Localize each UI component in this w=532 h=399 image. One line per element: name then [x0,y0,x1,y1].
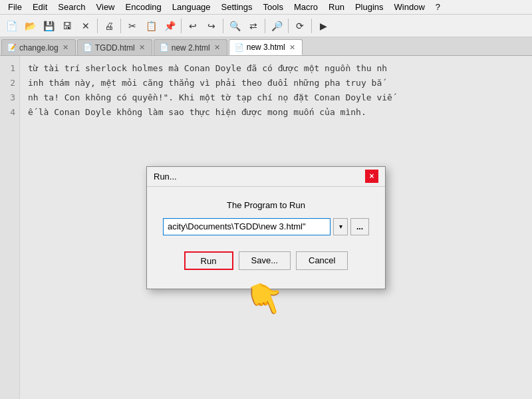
browse-button[interactable]: ... [350,218,369,235]
dialog-program-label: The Program to Run [163,200,369,210]
menu-plugins[interactable]: Plugins [350,1,389,13]
menu-search[interactable]: Search [53,1,90,13]
replace-button[interactable]: ⇄ [245,17,262,35]
sep1 [97,19,98,33]
tab-close-change-log[interactable]: ✕ [61,43,70,52]
dialog-title-bar: Run... × [147,167,385,187]
undo-button[interactable]: ↩ [184,17,201,35]
main-layout: 1 2 3 4 từ tài trí sherlock holmes mà Co… [0,56,532,399]
new-button[interactable]: 📄 [3,17,20,35]
tab-icon-new-3-html: 📄 [235,43,244,52]
menu-bar: File Edit Search View Encoding Language … [0,0,532,15]
dialog-body: The Program to Run ▾ ... Run Save... Can… [147,187,385,289]
menu-language[interactable]: Language [167,1,216,13]
sep3 [181,19,182,33]
sep2 [120,19,121,33]
sync-button[interactable]: ⟳ [291,17,309,35]
save-button[interactable]: 💾 [40,17,57,35]
modal-overlay: Run... × The Program to Run ▾ ... Run Sa… [0,56,532,399]
tab-close-new-2-html[interactable]: ✕ [213,43,221,52]
run-dialog: Run... × The Program to Run ▾ ... Run Sa… [146,166,386,289]
cut-button[interactable]: ✂ [124,17,141,35]
tab-new-3-html[interactable]: 📄 new 3.html ✕ [229,39,303,55]
menu-view[interactable]: View [91,1,120,13]
sep7 [311,19,312,33]
open-button[interactable]: 📂 [21,17,39,35]
dropdown-button[interactable]: ▾ [333,218,348,235]
tab-close-tgdd-html[interactable]: ✕ [138,43,146,52]
paste-button[interactable]: 📌 [161,17,178,35]
copy-button[interactable]: 📋 [142,17,160,35]
menu-macro[interactable]: Macro [289,1,323,13]
menu-run[interactable]: Run [323,1,350,13]
sep6 [288,19,289,33]
tab-label-new-3-html: new 3.html [247,43,285,52]
find-button[interactable]: 🔍 [226,17,243,35]
tab-new-2-html[interactable]: 📄 new 2.html ✕ [154,39,227,55]
menu-file[interactable]: File [3,1,27,13]
close-button[interactable]: ✕ [77,17,94,35]
menu-encoding[interactable]: Encoding [120,1,167,13]
tab-change-log[interactable]: 📝 change.log ✕ [1,39,76,55]
tab-icon-new-2-html: 📄 [160,43,169,52]
dialog-buttons: Run Save... Cancel [163,251,369,270]
tab-tgdd-html[interactable]: 📄 TGDD.html ✕ [77,39,152,55]
menu-tools[interactable]: Tools [258,1,289,13]
save-button-dialog[interactable]: Save... [239,251,291,270]
tab-icon-tgdd-html: 📄 [83,43,92,52]
print-button[interactable]: 🖨 [100,17,118,35]
dialog-close-button[interactable]: × [365,170,378,183]
program-path-input[interactable] [163,218,331,235]
run-macro-button[interactable]: ▶ [315,17,332,35]
dialog-title: Run... [154,172,177,182]
cancel-button[interactable]: Cancel [296,251,348,270]
save-all-button[interactable]: 🖫 [59,17,76,35]
menu-edit[interactable]: Edit [27,1,53,13]
redo-button[interactable]: ↪ [203,17,220,35]
tab-icon-change-log: 📝 [7,43,17,52]
toolbar: 📄 📂 💾 🖫 ✕ 🖨 ✂ 📋 📌 ↩ ↪ 🔍 ⇄ 🔎 ⟳ ▶ [0,15,532,37]
run-button[interactable]: Run [184,251,233,270]
tab-label-change-log: change.log [19,43,59,53]
tab-close-new-3-html[interactable]: ✕ [288,43,297,52]
sep5 [265,19,265,33]
sep4 [223,19,223,33]
menu-settings[interactable]: Settings [216,1,258,13]
tab-bar: 📝 change.log ✕ 📄 TGDD.html ✕ 📄 new 2.htm… [0,37,532,56]
menu-help[interactable]: ? [430,1,446,13]
dialog-input-row: ▾ ... [163,218,369,235]
tab-label-new-2-html: new 2.html [172,43,210,53]
tab-label-tgdd-html: TGDD.html [95,43,135,53]
menu-window[interactable]: Window [389,1,430,13]
zoom-in-button[interactable]: 🔎 [268,17,285,35]
